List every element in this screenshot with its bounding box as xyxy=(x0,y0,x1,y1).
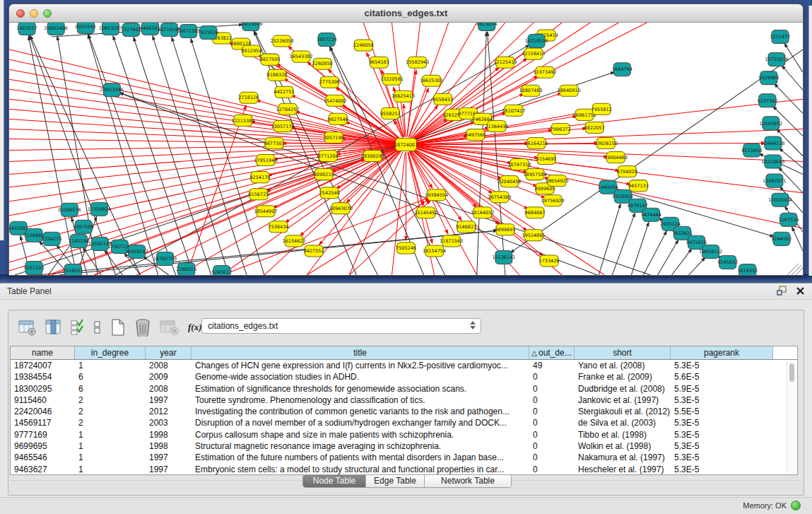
cell-short[interactable]: de Silva et al. (2003) xyxy=(575,417,671,428)
table-settings-icon[interactable] xyxy=(18,319,37,336)
network-graph[interactable]: 1872400771638228860128891295423226058982… xyxy=(9,23,803,275)
table-row[interactable]: 1830029562008Estimation of significance … xyxy=(11,383,797,395)
cell-out_de[interactable]: 49 xyxy=(529,360,575,371)
cell-year[interactable]: 2003 xyxy=(146,417,192,428)
cell-short[interactable]: Franke et al. (2009) xyxy=(575,371,671,382)
cell-title[interactable]: Estimation of significance thresholds fo… xyxy=(192,383,529,395)
cell-title[interactable]: Disruption of a novel member of a sodium… xyxy=(192,417,529,428)
column-header-title[interactable]: title xyxy=(192,346,529,359)
table-header-row[interactable]: namein_degreeyeartitle△out_de...shortpag… xyxy=(11,346,797,360)
cell-in_degree[interactable]: 6 xyxy=(75,371,146,382)
cell-name[interactable]: 9463627 xyxy=(11,464,75,475)
cell-year[interactable]: 1997 xyxy=(146,395,192,406)
cell-year[interactable]: 2009 xyxy=(146,371,192,382)
cell-title[interactable]: Changes of HCN gene expression and I(f) … xyxy=(192,360,529,371)
cell-out_de[interactable]: 0 xyxy=(529,383,575,395)
cell-year[interactable]: 2008 xyxy=(146,360,192,371)
column-header-name[interactable]: name xyxy=(11,346,75,359)
cell-in_degree[interactable]: 1 xyxy=(75,429,146,440)
new-file-icon[interactable] xyxy=(110,318,126,337)
cell-year[interactable]: 1997 xyxy=(146,452,192,463)
cell-pagerank[interactable]: 5.3E-5 xyxy=(671,464,773,475)
cell-title[interactable]: Tourette syndrome. Phenomenology and cla… xyxy=(192,395,529,406)
cell-year[interactable]: 1998 xyxy=(146,440,192,452)
table-row[interactable]: 1938455462009Genome-wide association stu… xyxy=(11,371,797,382)
cell-out_de[interactable]: 0 xyxy=(529,371,575,382)
table-scrollbar[interactable] xyxy=(787,361,796,473)
float-panel-icon[interactable] xyxy=(777,286,787,296)
cell-year[interactable]: 1998 xyxy=(146,429,192,440)
table-row[interactable]: 977716911998Corpus callosum shape and si… xyxy=(11,429,797,440)
cell-pagerank[interactable]: 5.3E-5 xyxy=(671,360,773,371)
cell-short[interactable]: Jankovic et al. (1997) xyxy=(575,395,671,406)
tab-network-table[interactable]: Network Table xyxy=(425,475,511,487)
table-row[interactable]: 969969511998Structural magnetic resonanc… xyxy=(11,440,797,452)
cell-pagerank[interactable]: 5.3E-5 xyxy=(671,395,773,406)
cell-in_degree[interactable]: 2 xyxy=(75,417,146,428)
cell-name[interactable]: 22420046 xyxy=(11,406,75,417)
cell-title[interactable]: Structural magnetic resonance image aver… xyxy=(192,440,529,452)
cell-name[interactable]: 18724007 xyxy=(11,360,75,371)
column-header-out_de[interactable]: △out_de... xyxy=(529,346,575,359)
cell-short[interactable]: Stergiakouli et al. (2012) xyxy=(575,406,671,417)
table-chooser-dropdown[interactable]: citations_edges.txt xyxy=(201,318,481,334)
cell-year[interactable]: 2012 xyxy=(146,406,192,417)
cell-out_de[interactable]: 0 xyxy=(529,464,575,475)
node-table[interactable]: namein_degreeyeartitle△out_de...shortpag… xyxy=(10,346,798,475)
column-header-in_degree[interactable]: in_degree xyxy=(75,346,146,359)
cell-out_de[interactable]: 0 xyxy=(529,440,575,452)
cell-short[interactable]: Tibbo et al. (1998) xyxy=(575,429,671,440)
cell-in_degree[interactable]: 1 xyxy=(75,464,146,475)
table-row[interactable]: 946554611997Estimation of the future num… xyxy=(11,452,797,463)
cell-pagerank[interactable]: 5.3E-5 xyxy=(671,429,773,440)
cell-out_de[interactable]: 0 xyxy=(529,429,575,440)
delete-table-icon[interactable] xyxy=(160,319,180,336)
cell-pagerank[interactable]: 5.3E-5 xyxy=(671,452,773,463)
canvas-resize-grip[interactable] xyxy=(787,264,803,275)
cell-out_de[interactable]: 0 xyxy=(529,395,575,406)
cell-in_degree[interactable]: 6 xyxy=(75,383,146,395)
cell-pagerank[interactable]: 5.3E-5 xyxy=(671,440,773,452)
table-row[interactable]: 2242004622012Investigating the contribut… xyxy=(11,406,797,417)
cell-in_degree[interactable]: 2 xyxy=(75,395,146,406)
select-rows-icon[interactable] xyxy=(71,319,85,336)
cell-in_degree[interactable]: 1 xyxy=(75,452,146,463)
cell-pagerank[interactable]: 5.6E-5 xyxy=(671,371,773,382)
cell-out_de[interactable]: 0 xyxy=(529,452,575,463)
cell-title[interactable]: Corpus callosum shape and size in male p… xyxy=(192,429,529,440)
cell-out_de[interactable]: 0 xyxy=(529,417,575,428)
cell-in_degree[interactable]: 1 xyxy=(75,360,146,371)
table-columns-icon[interactable] xyxy=(45,319,62,336)
cell-pagerank[interactable]: 5.5E-5 xyxy=(671,406,773,417)
cell-short[interactable]: Hescheler et al. (1997) xyxy=(575,464,671,475)
cell-name[interactable]: 9699695 xyxy=(11,440,75,452)
cell-title[interactable]: Investigating the contribution of common… xyxy=(192,406,529,417)
cell-in_degree[interactable]: 1 xyxy=(75,440,146,452)
cell-name[interactable]: 9115460 xyxy=(11,395,75,406)
tab-node-table[interactable]: Node Table xyxy=(303,475,366,487)
cell-title[interactable]: Genome-wide association studies in ADHD. xyxy=(192,371,529,382)
cell-out_de[interactable]: 0 xyxy=(529,406,575,417)
cell-name[interactable]: 9777169 xyxy=(11,429,75,440)
column-header-short[interactable]: short xyxy=(575,346,671,359)
network-canvas[interactable]: 1872400771638228860128891295423226058982… xyxy=(9,23,803,275)
cell-name[interactable]: 14569117 xyxy=(11,417,75,428)
cell-short[interactable]: Nakamura et al. (1997) xyxy=(575,452,671,463)
cell-name[interactable]: 19384554 xyxy=(11,371,75,382)
cell-short[interactable]: Yano et al. (2008) xyxy=(575,360,671,371)
table-scrollbar-thumb[interactable] xyxy=(789,363,794,382)
cell-short[interactable]: Wolkin et al. (1998) xyxy=(575,440,671,452)
cell-name[interactable]: 9465546 xyxy=(11,452,75,463)
function-builder-icon[interactable]: f(x) xyxy=(188,322,202,333)
trash-icon[interactable] xyxy=(134,318,151,337)
cell-name[interactable]: 18300295 xyxy=(11,383,75,395)
tab-edge-table[interactable]: Edge Table xyxy=(366,475,425,487)
table-row[interactable]: 946362711997Embryonic stem cells: a mode… xyxy=(11,464,797,475)
cell-pagerank[interactable]: 5.9E-5 xyxy=(671,383,773,395)
column-header-pagerank[interactable]: pagerank xyxy=(671,346,773,359)
cell-in_degree[interactable]: 2 xyxy=(75,406,146,417)
rows-icon[interactable] xyxy=(93,319,102,336)
window-titlebar[interactable]: citations_edges.txt xyxy=(9,4,803,23)
table-row[interactable]: 1456911722003Disruption of a novel membe… xyxy=(11,417,797,428)
cell-short[interactable]: Dudbridge et al. (2008) xyxy=(575,383,671,395)
